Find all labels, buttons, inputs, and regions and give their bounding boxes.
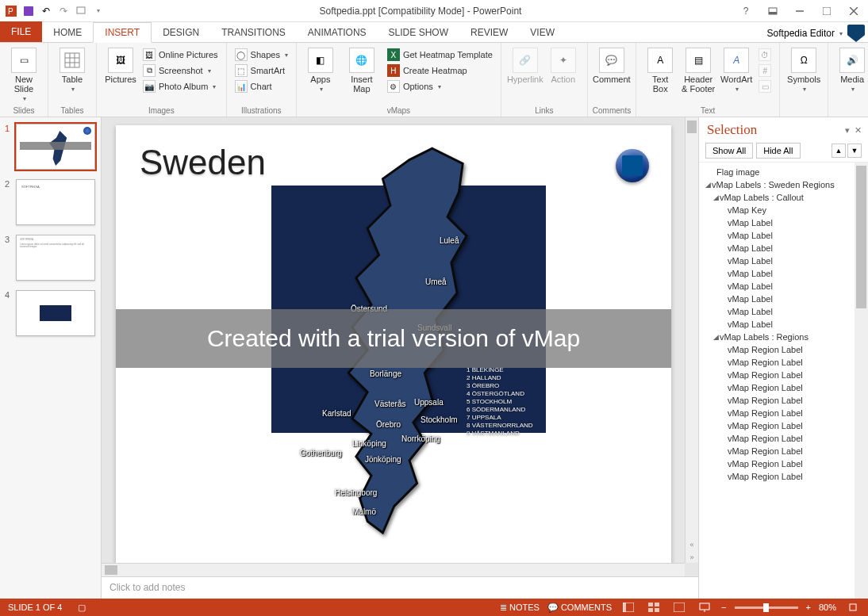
normal-view-button[interactable] <box>620 601 637 614</box>
symbols-button[interactable]: ΩSymbols <box>785 46 823 93</box>
prev-slide-icon[interactable]: « <box>686 541 698 549</box>
thumbnail-3[interactable]: 3 SOFTPEDIALorem ipsum dolor sit amet co… <box>5 235 96 281</box>
zoom-out-button[interactable]: − <box>721 603 726 612</box>
shapes-button[interactable]: ◯Shapes <box>232 48 291 62</box>
chart-button[interactable]: 📊Chart <box>232 79 291 94</box>
help-icon[interactable]: ? <box>736 3 755 19</box>
tree-item-vmap-label[interactable]: vMap Label <box>704 293 866 305</box>
tree-item-regions[interactable]: ◢vMap Labels : Regions <box>704 331 866 343</box>
create-heatmap-button[interactable]: HCreate Heatmap <box>384 63 496 78</box>
online-pictures-button[interactable]: 🖼Online Pictures <box>140 48 221 62</box>
tree-item-region-label[interactable]: vMap Region Label <box>704 470 866 483</box>
comments-toggle[interactable]: 💬 COMMENTS <box>547 603 612 613</box>
thumbnail-2[interactable]: 2 SOFTPEDIA <box>5 179 96 225</box>
tree-item-vmap-label[interactable]: vMap Label <box>704 216 866 229</box>
tree-item-vmap-label[interactable]: vMap Label <box>704 267 866 280</box>
horizontal-scrollbar[interactable] <box>102 563 685 576</box>
comment-button[interactable]: 💬Comment <box>593 46 631 84</box>
save-icon[interactable] <box>22 5 35 17</box>
tree-item-vmap-label[interactable]: vMap Label <box>704 229 866 242</box>
vertical-scrollbar[interactable]: « » <box>685 117 698 563</box>
maximize-button[interactable] <box>817 3 836 19</box>
hide-all-button[interactable]: Hide All <box>756 143 800 159</box>
tab-view[interactable]: VIEW <box>519 23 566 42</box>
zoom-slider[interactable] <box>735 606 798 609</box>
user-area[interactable]: Softpedia Editor ▾ <box>767 25 868 42</box>
action-button[interactable]: ✦Action <box>544 46 582 84</box>
thumbnail-1[interactable]: 1 <box>5 124 96 170</box>
tree-item-region-label[interactable]: vMap Region Label <box>704 356 866 369</box>
insert-map-button[interactable]: 🌐 Insert Map <box>343 46 381 94</box>
text-box-button[interactable]: AText Box <box>641 46 679 94</box>
tree-item-vmap-key[interactable]: vMap Key <box>704 204 866 216</box>
tree-item-callout[interactable]: ◢vMap Labels : Callout <box>704 191 866 204</box>
get-heatmap-button[interactable]: XGet Heatmap Template <box>384 48 496 62</box>
new-slide-button[interactable]: ▭ New Slide <box>5 46 43 102</box>
next-slide-icon[interactable]: » <box>686 553 698 561</box>
tab-insert[interactable]: INSERT <box>93 22 152 43</box>
qat-customize-icon[interactable]: ▾ <box>92 5 105 17</box>
tree-item-vmap-label[interactable]: vMap Label <box>704 242 866 254</box>
options-button[interactable]: ⚙Options <box>384 79 496 94</box>
selection-scrollbar[interactable] <box>855 163 868 599</box>
tab-slideshow[interactable]: SLIDE SHOW <box>378 23 459 42</box>
tree-item-sweden-regions[interactable]: ◢vMap Labels : Sweden Regions <box>704 178 866 191</box>
slideshow-view-button[interactable] <box>696 601 713 614</box>
pictures-button[interactable]: 🖼 Pictures <box>102 46 140 94</box>
apps-button[interactable]: ◧ Apps <box>301 46 340 94</box>
bring-forward-button[interactable]: ▲ <box>832 143 846 158</box>
send-backward-button[interactable]: ▼ <box>847 143 862 158</box>
notes-toggle[interactable]: ≣ NOTES <box>500 603 540 613</box>
smartart-button[interactable]: ⬚SmartArt <box>232 63 291 78</box>
undo-icon[interactable]: ↶ <box>40 5 52 17</box>
tree-item-region-label[interactable]: vMap Region Label <box>704 432 866 445</box>
tree-item-vmap-label[interactable]: vMap Label <box>704 280 866 293</box>
tree-item-vmap-label[interactable]: vMap Label <box>704 318 866 331</box>
minimize-button[interactable] <box>790 3 809 19</box>
slide-canvas[interactable]: Sweden Luleå Umeå Östersund Sundsvall Bo… <box>116 125 671 563</box>
tree-item-region-label[interactable]: vMap Region Label <box>704 369 866 381</box>
tab-file[interactable]: FILE <box>0 21 42 42</box>
fit-to-window-button[interactable] <box>844 601 862 614</box>
screenshot-button[interactable]: ⧉Screenshot <box>140 63 221 78</box>
pane-close-icon[interactable]: ✕ <box>855 125 862 136</box>
spell-check-icon[interactable]: ▢ <box>70 603 94 613</box>
slide-sorter-button[interactable] <box>645 601 663 614</box>
tree-item-region-label[interactable]: vMap Region Label <box>704 343 866 356</box>
tree-item-region-label[interactable]: vMap Region Label <box>704 419 866 432</box>
thumbnail-4[interactable]: 4 <box>5 290 96 336</box>
pane-options-icon[interactable]: ▾ <box>845 125 850 136</box>
redo-icon[interactable]: ↷ <box>57 5 70 17</box>
media-button[interactable]: 🔊Media <box>833 46 868 93</box>
tree-item-region-label[interactable]: vMap Region Label <box>704 457 866 470</box>
tab-transitions[interactable]: TRANSITIONS <box>210 23 297 42</box>
tree-item-vmap-label[interactable]: vMap Label <box>704 305 866 318</box>
object-button[interactable]: ▭ <box>755 79 774 94</box>
hyperlink-button[interactable]: 🔗Hyperlink <box>506 46 544 84</box>
tab-animations[interactable]: ANIMATIONS <box>297 23 378 42</box>
zoom-in-button[interactable]: + <box>806 603 811 612</box>
tree-item-region-label[interactable]: vMap Region Label <box>704 394 866 407</box>
ribbon-display-options-icon[interactable] <box>763 3 782 19</box>
tab-review[interactable]: REVIEW <box>459 23 519 42</box>
reading-view-button[interactable] <box>670 601 688 614</box>
tree-item-region-label[interactable]: vMap Region Label <box>704 445 866 457</box>
close-button[interactable] <box>844 3 863 19</box>
tab-home[interactable]: HOME <box>42 23 93 42</box>
tree-item-vmap-label[interactable]: vMap Label <box>704 254 866 267</box>
zoom-level-label[interactable]: 80% <box>819 603 836 612</box>
tree-item-flag[interactable]: Flag image⌃ <box>704 166 866 178</box>
slide-number-button[interactable]: # <box>755 63 774 78</box>
table-button[interactable]: Table <box>53 46 91 93</box>
tab-design[interactable]: DESIGN <box>152 23 210 42</box>
date-time-button[interactable]: ⏱ <box>755 48 774 62</box>
notes-pane[interactable]: Click to add notes <box>102 576 698 599</box>
tree-item-region-label[interactable]: vMap Region Label <box>704 381 866 394</box>
wordart-button[interactable]: AWordArt <box>717 46 755 94</box>
start-from-beginning-icon[interactable] <box>75 5 87 17</box>
photo-album-button[interactable]: 📷Photo Album <box>140 79 221 94</box>
header-footer-button[interactable]: ▤Header & Footer <box>679 46 717 94</box>
group-illustrations-label: Illustrations <box>232 105 291 116</box>
show-all-button[interactable]: Show All <box>705 143 753 159</box>
tree-item-region-label[interactable]: vMap Region Label <box>704 407 866 419</box>
